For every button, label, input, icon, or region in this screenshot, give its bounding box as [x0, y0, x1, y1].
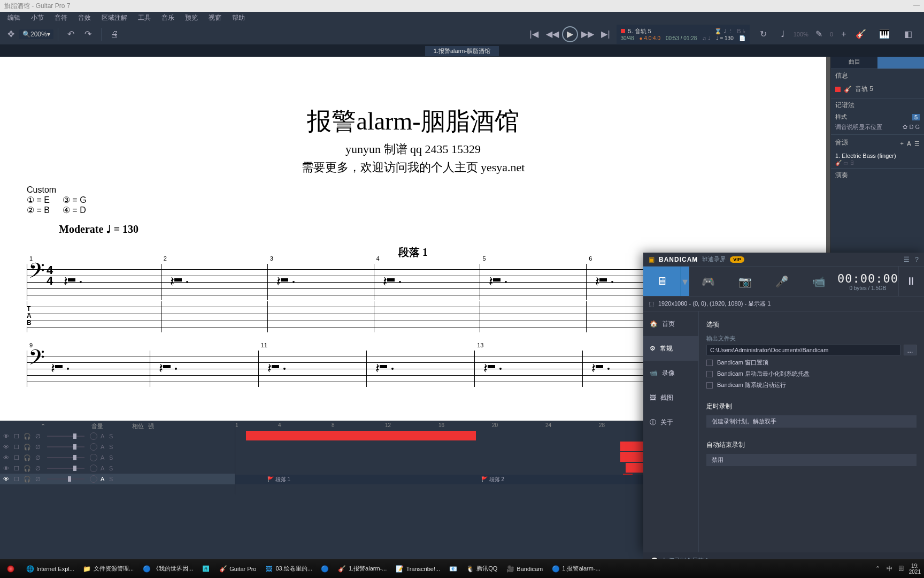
taskbar-item[interactable]: 🅰	[198, 561, 214, 577]
options-title: 选项	[706, 320, 917, 329]
piano-icon[interactable]: 🎹	[878, 28, 891, 41]
chk-ontop[interactable]: Bandicam 窗口置顶	[706, 359, 917, 367]
sched-button[interactable]: 创建录制计划。解放双手	[706, 415, 917, 428]
system-tray[interactable]: ⌃ 中 田 19: 2021	[871, 563, 924, 575]
track-row[interactable]: 👁☐🎧∅AS	[0, 452, 235, 463]
undo-icon[interactable]: ↶	[65, 28, 78, 41]
menu-note[interactable]: 音符	[49, 12, 73, 24]
track-row[interactable]: 👁☐🎧∅AS	[0, 463, 235, 474]
output-folder-input[interactable]	[706, 345, 900, 355]
track-row[interactable]: 👁☐🎧∅AS	[0, 442, 235, 452]
position-display: 30/48	[621, 35, 634, 41]
menu-edit[interactable]: 编辑	[2, 12, 26, 24]
bandicam-titlebar[interactable]: ▣ BANDICAM 班迪录屏 VIP ☰ ?	[643, 253, 924, 267]
taskbar-item[interactable]: 🔵	[317, 561, 333, 577]
autoend-button[interactable]: 禁用	[706, 454, 917, 466]
add-sound-icon[interactable]: +	[900, 140, 904, 147]
taskbar-item[interactable]: 📁文件资源管理...	[79, 561, 137, 577]
side-general[interactable]: ⚙常规	[643, 336, 698, 361]
mode-webcam[interactable]: 📹	[800, 267, 837, 296]
eye-icon[interactable]: 👁	[2, 432, 10, 440]
skip-end-icon[interactable]: ▶|	[599, 28, 612, 41]
region-icon[interactable]: ⬚	[649, 300, 654, 307]
zoom-select[interactable]: 🔍 200% ▾	[19, 29, 53, 39]
tab-track[interactable]	[877, 57, 924, 69]
bc-menu-icon[interactable]: ☰	[904, 256, 910, 263]
mode-screen[interactable]: 🖥	[643, 267, 680, 296]
tab-project[interactable]: 曲目	[831, 57, 877, 69]
menu-effect[interactable]: 音效	[73, 12, 96, 24]
mode-device[interactable]: 📷	[727, 267, 764, 296]
tray-lang[interactable]: 中	[886, 565, 894, 573]
track-row-active[interactable]: 👁☐🎧∅AS	[0, 474, 235, 484]
note-icon[interactable]: ♩	[776, 28, 789, 41]
menu-window[interactable]: 视窗	[203, 12, 227, 24]
mode-screen-drop[interactable]: ▾	[680, 267, 689, 296]
menu-tools[interactable]: 工具	[133, 12, 156, 24]
document-tab[interactable]: 1.报警alarm-胭脂酒馆	[425, 46, 499, 56]
taskbar-item[interactable]: 🌐Internet Expl...	[22, 561, 78, 577]
taskbar-item[interactable]: 📧	[445, 561, 461, 577]
track-info[interactable]: 5. 音轨 5 ⌛ ♩ ⋮ B ♭ 30/48 ● 4.0:4.0 00:53 …	[617, 25, 750, 44]
mode-mic[interactable]: 🎤	[764, 267, 800, 296]
metronome-icon[interactable]: ⌛ ♩ ⋮	[714, 28, 734, 35]
clip-track1[interactable]	[246, 431, 476, 440]
menu-preview[interactable]: 预览	[180, 12, 203, 24]
sound-bank[interactable]: 1. Electric Bass (finger)	[835, 153, 920, 159]
print-icon[interactable]: 🖨	[108, 28, 121, 41]
rec-indicator: ● 4.0:4.0	[640, 35, 660, 41]
menu-sound[interactable]: 音乐	[156, 12, 180, 24]
browse-button[interactable]: ...	[904, 345, 917, 355]
taskbar-item[interactable]: 🎸Guitar Pro	[215, 561, 260, 577]
tray-ime[interactable]: 田	[897, 565, 906, 573]
capture-info: 1920x1080 - (0, 0), (1920, 1080) - 显示器 1	[658, 300, 771, 308]
play-button[interactable]: ▶	[562, 26, 578, 42]
minimize-icon[interactable]: —	[913, 2, 920, 9]
mode-game[interactable]: 🎮	[689, 267, 726, 296]
menu-region[interactable]: 区域注解	[96, 12, 133, 24]
perform-title: 演奏	[835, 171, 920, 180]
forward-icon[interactable]: ▶▶	[581, 28, 594, 41]
start-button[interactable]	[2, 561, 19, 576]
rewind-icon[interactable]: ◀◀	[546, 28, 559, 41]
redo-icon[interactable]: ↷	[82, 28, 95, 41]
guitar-icon[interactable]: 🎸	[854, 28, 867, 41]
bc-help-icon[interactable]: ?	[915, 256, 919, 263]
plus-icon[interactable]: +	[837, 28, 850, 41]
side-screenshot[interactable]: 🖼截图	[643, 385, 698, 410]
cursor-icon[interactable]: ✥	[4, 28, 17, 41]
pause-button[interactable]: ⏸	[898, 267, 924, 296]
side-record[interactable]: 📹录像	[643, 361, 698, 385]
edit-pct: 100%	[794, 31, 808, 37]
track-selector[interactable]: 🎸 音轨 5	[835, 82, 920, 96]
taskbar-item[interactable]: 🎥Bandicam	[502, 561, 546, 577]
taskbar-item[interactable]: 🔵《我的世界因...	[138, 561, 197, 577]
home-icon: 🏠	[650, 320, 658, 328]
style-value[interactable]: 5	[912, 114, 920, 120]
score-title: 报警alarm-胭脂酒馆	[27, 105, 799, 138]
bandicam-window[interactable]: ▣ BANDICAM 班迪录屏 VIP ☰ ? 🖥 ▾ 🎮 📷 🎤 📹 00:0…	[643, 253, 924, 552]
tray-chevron-icon[interactable]: ⌃	[874, 565, 882, 573]
side-about[interactable]: ⓘ关于	[643, 410, 698, 435]
taskbar-item[interactable]: 🎸1.报警alarm-...	[334, 561, 391, 577]
loop-icon[interactable]: ↻	[757, 28, 770, 41]
taskbar-item[interactable]: 🔵1.报警alarm-...	[548, 561, 604, 577]
menu-help[interactable]: 帮助	[227, 12, 250, 24]
taskbar-item[interactable]: 🐧腾讯QQ	[462, 561, 501, 577]
chk-startup[interactable]: Bandicam 随系统启动运行	[706, 381, 917, 389]
taskbar-item[interactable]: 📝Transcribe!...	[391, 561, 444, 577]
track-row[interactable]: 👁☐🎧∅AS	[0, 431, 235, 442]
outfolder-label: 输出文件夹	[706, 334, 917, 343]
skip-start-icon[interactable]: |◀	[528, 28, 541, 41]
sound-settings-icon[interactable]: ☰	[914, 140, 920, 147]
sharp-icon[interactable]: ✎	[813, 28, 826, 41]
info-title: 信息	[835, 71, 920, 80]
taskbar-item[interactable]: 🖼03.绘卷里的...	[261, 561, 315, 577]
menu-bar[interactable]: 小节	[26, 12, 49, 24]
panel-icon[interactable]: ◧	[902, 28, 914, 41]
chk-minimize[interactable]: Bandicam 启动后最小化到系统托盘	[706, 370, 917, 378]
side-home[interactable]: 🏠首页	[643, 311, 698, 336]
clock[interactable]: 19: 2021	[909, 563, 921, 575]
sound-a-icon[interactable]: A	[907, 140, 911, 147]
menubar: 编辑 小节 音符 音效 区域注解 工具 音乐 预览 视窗 帮助	[0, 12, 924, 24]
